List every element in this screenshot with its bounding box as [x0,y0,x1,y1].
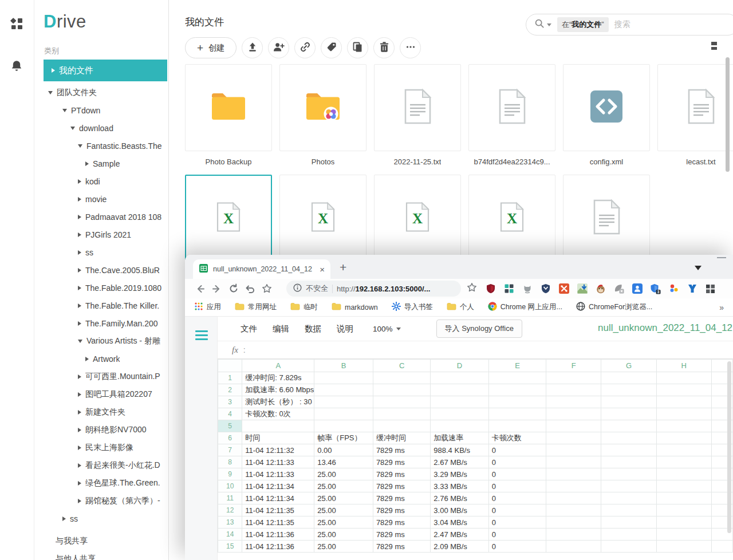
bookmark-item[interactable]: markdown [332,302,378,312]
info-icon[interactable] [293,283,302,294]
expand-arrow-icon[interactable] [52,68,55,73]
expand-arrow-icon[interactable] [78,250,81,255]
expand-arrow-icon[interactable] [62,516,66,521]
color-dots-extension-icon[interactable] [668,283,679,294]
bookmark-item[interactable]: 导入书签 [392,302,433,313]
star-icon[interactable] [258,283,275,294]
tree-item[interactable]: Various Artists - 射雕 [35,332,168,350]
bookmark-item[interactable]: 常用网址 [235,302,277,312]
office-menu-item[interactable]: 说明 [337,324,353,334]
forward-icon[interactable] [208,283,225,294]
expand-arrow-icon[interactable] [78,268,81,273]
tag-button[interactable] [321,37,342,58]
file-card[interactable]: Photo Backup [185,64,272,166]
zoom-select[interactable]: 100% [373,325,401,333]
bookmarks-overflow-icon[interactable]: » [719,303,724,312]
gray-cat-extension-icon[interactable] [522,283,533,294]
reload-icon[interactable] [225,283,242,294]
blue-person-extension-icon[interactable] [632,283,643,294]
share-user-button[interactable] [268,37,289,58]
teal-grid-extension-icon[interactable] [503,283,514,294]
bell-icon[interactable] [10,60,23,75]
tree-item[interactable]: 新建文件夹 [35,403,168,421]
file-card[interactable]: b74fdf2d4ea22314c9... [468,64,555,166]
collapse-arrow-icon[interactable] [62,109,67,112]
expand-arrow-icon[interactable] [78,215,81,219]
file-card[interactable]: X [374,175,461,268]
file-card[interactable]: X [185,175,272,268]
tree-item[interactable]: Artwork [35,350,168,368]
tree-item[interactable]: 图吧工具箱202207 [35,385,168,403]
expand-arrow-icon[interactable] [85,357,89,361]
office-menu-item[interactable]: 文件 [241,324,257,334]
bookmark-item[interactable]: Chrome 网上应用... [488,302,562,313]
expand-arrow-icon[interactable] [78,321,81,326]
create-button[interactable]: +创建 [185,37,237,58]
tree-item[interactable]: Padmaavat 2018 108 [35,208,168,226]
apps-grid-icon[interactable] [9,16,24,33]
tree-item[interactable]: 绿色星球.The.Green. [35,474,168,492]
search-bar[interactable]: 在“我的文件” 搜索 [526,14,733,36]
shield-3-extension-icon[interactable]: 3 [650,283,661,294]
expand-arrow-icon[interactable] [78,286,81,290]
map-arrow-extension-icon[interactable] [577,283,588,294]
tree-item[interactable]: The.Fable.The Killer. [35,297,168,314]
red-tools-extension-icon[interactable] [558,283,569,294]
blue-y-extension-icon[interactable] [687,283,697,294]
tree-item[interactable]: 民末上海影像 [35,439,168,456]
bookmark-item[interactable]: 应用 [194,302,221,313]
tree-item[interactable]: 团队文件夹 [35,84,168,101]
upload-button[interactable] [242,37,263,58]
tree-item[interactable]: movie [35,190,168,208]
expand-arrow-icon[interactable] [78,232,81,237]
expand-arrow-icon[interactable] [78,499,81,503]
tree-item[interactable]: ss [35,510,168,527]
expand-arrow-icon[interactable] [78,410,81,415]
expand-arrow-icon[interactable] [78,392,81,397]
file-card[interactable]: config.xml [563,64,650,166]
ublock-extension-icon[interactable] [485,283,496,294]
file-card[interactable]: X [279,175,366,268]
bookmark-item[interactable]: 临时 [290,302,318,312]
file-card[interactable]: X [468,175,555,268]
trash-button[interactable] [373,37,395,58]
bookmark-star-icon[interactable] [467,282,477,295]
copy-button[interactable] [347,37,368,58]
formula-bar[interactable]: fx : [218,341,733,359]
collapse-arrow-icon[interactable] [78,340,82,343]
tree-item[interactable]: ss [35,243,168,261]
apps-dark-extension-icon[interactable] [705,283,716,294]
more-button[interactable] [400,37,421,58]
file-card[interactable]: lecast.txt [657,64,733,166]
spreadsheet-area[interactable]: ABCDEFGH1缓冲时间: 7.829s2加载速率: 6.60 Mbps3测试… [218,359,733,560]
collapse-arrow-icon[interactable] [48,91,53,94]
sidebar-item[interactable]: 与他人共享 [35,550,168,560]
browser-tab[interactable]: null_unknown_2022_11_04_12 × [193,259,330,279]
office-menu-item[interactable]: 编辑 [273,324,289,334]
main-scrollbar[interactable] [726,57,730,172]
tree-item[interactable]: kodi [35,172,168,190]
tree-item[interactable]: 踢馆秘笈（第六季）- [35,492,168,510]
back-icon[interactable] [192,283,208,294]
bookmark-item[interactable]: ChromeFor浏览器... [576,302,652,313]
undo-icon[interactable] [242,284,258,294]
expand-arrow-icon[interactable] [78,428,81,432]
tree-item[interactable]: PTdown [35,101,168,119]
expand-arrow-icon[interactable] [78,179,81,184]
tree-item[interactable]: Fantastic.Beasts.The [35,137,168,155]
bookmark-item[interactable]: 个人 [447,302,474,312]
new-tab-button[interactable]: + [340,261,346,274]
collapse-arrow-icon[interactable] [78,144,82,148]
tab-close-icon[interactable]: × [320,265,325,274]
tree-item[interactable]: 朗科绝影NV7000 [35,421,168,439]
tree-item[interactable]: download [35,119,168,137]
tree-item[interactable]: 看起来很美-小红花.D [35,456,168,474]
sidebar-item[interactable]: 与我共享 [35,532,168,550]
tree-item[interactable]: 我的文件 [44,60,167,81]
tab-list-caret-icon[interactable] [695,266,702,270]
office-menu-item[interactable]: 数据 [305,324,321,334]
collapse-arrow-icon[interactable] [70,127,75,130]
gray-leaf-extension-icon[interactable] [613,283,624,294]
search-input[interactable]: 搜索 [614,19,630,30]
import-office-button[interactable]: 导入 Synology Office [436,320,522,338]
